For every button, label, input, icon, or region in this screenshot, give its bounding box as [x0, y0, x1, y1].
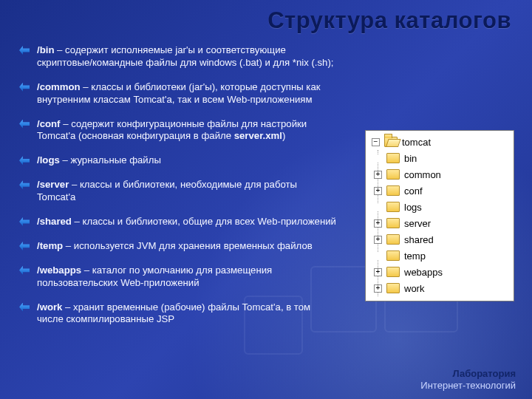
- footer-sub: Интернет-технологий: [420, 380, 516, 392]
- tree-node[interactable]: temp: [378, 248, 512, 264]
- folder-tree: − tomcat bin +common +conf logs +server …: [365, 130, 514, 301]
- expand-icon[interactable]: +: [374, 236, 382, 244]
- dir-name: /server: [37, 179, 69, 190]
- dir-name: /logs: [37, 154, 60, 166]
- list-item: /temp – используется JVM для хранения вр…: [19, 240, 337, 253]
- dir-name: /shared: [37, 216, 72, 227]
- folder-icon: [386, 153, 400, 163]
- expand-icon[interactable]: +: [374, 268, 382, 276]
- tree-node[interactable]: +webapps: [378, 264, 512, 280]
- tree-node[interactable]: +work: [378, 280, 512, 296]
- list-item: /logs – журнальные файлы: [19, 154, 337, 167]
- dir-name: /work: [37, 301, 62, 313]
- tree-children: bin +common +conf logs +server +shared t…: [378, 150, 512, 296]
- spacer-icon: [374, 252, 382, 260]
- bullet-list: /bin – содержит исполняемые jar'ы и соот…: [19, 44, 337, 338]
- tree-node[interactable]: +common: [378, 166, 512, 183]
- folder-icon: [386, 169, 400, 180]
- folder-icon: [386, 218, 400, 228]
- expand-icon[interactable]: +: [374, 219, 382, 228]
- tree-label: conf: [404, 185, 423, 197]
- spacer-icon: [374, 203, 382, 211]
- folder-icon: [386, 202, 400, 212]
- folder-icon: [386, 267, 400, 277]
- tree-label: server: [404, 218, 431, 229]
- dir-desc: – классы и библиотеки, необходимые для р…: [37, 179, 297, 202]
- dir-name: /webapps: [37, 265, 81, 276]
- list-item: /work – хранит временные (рабочие) файлы…: [19, 301, 337, 327]
- list-item: /common – классы и библиотеки (jar'ы), к…: [19, 81, 337, 106]
- tree-label: temp: [404, 250, 426, 262]
- dir-desc: – содержит исполняемые jar'ы и соответст…: [37, 44, 334, 68]
- dir-desc: – хранит временные (рабочие) файлы Tomca…: [37, 301, 310, 325]
- dir-desc: – классы и библиотеки, общие для всех We…: [72, 216, 336, 227]
- spacer-icon: [374, 154, 382, 163]
- folder-icon: [386, 250, 400, 261]
- expand-icon[interactable]: +: [374, 171, 382, 179]
- tree-node[interactable]: logs: [378, 199, 512, 215]
- page-title: Структура каталогов: [267, 7, 511, 34]
- tree-root[interactable]: − tomcat: [367, 134, 512, 150]
- folder-open-icon: [384, 137, 398, 147]
- tree-label: work: [404, 283, 424, 294]
- folder-icon: [386, 185, 400, 196]
- dir-desc: – используется JVM для хранения временны…: [63, 240, 313, 251]
- tree-node[interactable]: +server: [378, 215, 512, 231]
- footer-lab: Лаборатория: [420, 368, 516, 380]
- tree-label: webapps: [404, 267, 443, 278]
- dir-name: /temp: [37, 240, 63, 251]
- list-item: /shared – классы и библиотеки, общие для…: [19, 216, 337, 228]
- list-item: /webapps – каталог по умолчанию для разм…: [19, 265, 337, 290]
- dir-name: /conf: [37, 118, 61, 129]
- dir-desc: – журнальные файлы: [60, 154, 161, 166]
- tree-label: common: [404, 169, 441, 180]
- dir-desc: ): [282, 130, 285, 141]
- list-item: /conf – содержит конфигурационные файлы …: [19, 118, 337, 143]
- footer: Лаборатория Интернет-технологий: [420, 368, 516, 392]
- expand-icon[interactable]: +: [374, 284, 382, 293]
- tree-label: logs: [404, 202, 422, 213]
- tree-node[interactable]: +shared: [378, 231, 512, 248]
- dir-name: /common: [37, 81, 81, 92]
- tree-label: tomcat: [402, 137, 431, 148]
- list-item: /server – классы и библиотеки, необходим…: [19, 179, 337, 204]
- folder-icon: [386, 283, 400, 293]
- tree-node[interactable]: bin: [378, 150, 512, 166]
- dir-name: /bin: [37, 44, 54, 55]
- expand-icon[interactable]: +: [374, 187, 382, 195]
- tree-label: bin: [404, 153, 417, 164]
- list-item: /bin – содержит исполняемые jar'ы и соот…: [19, 44, 337, 69]
- tree-node[interactable]: +conf: [378, 183, 512, 199]
- folder-icon: [386, 234, 400, 245]
- tree-label: shared: [404, 234, 434, 245]
- highlight: server.xml: [234, 130, 282, 141]
- collapse-icon[interactable]: −: [372, 138, 380, 146]
